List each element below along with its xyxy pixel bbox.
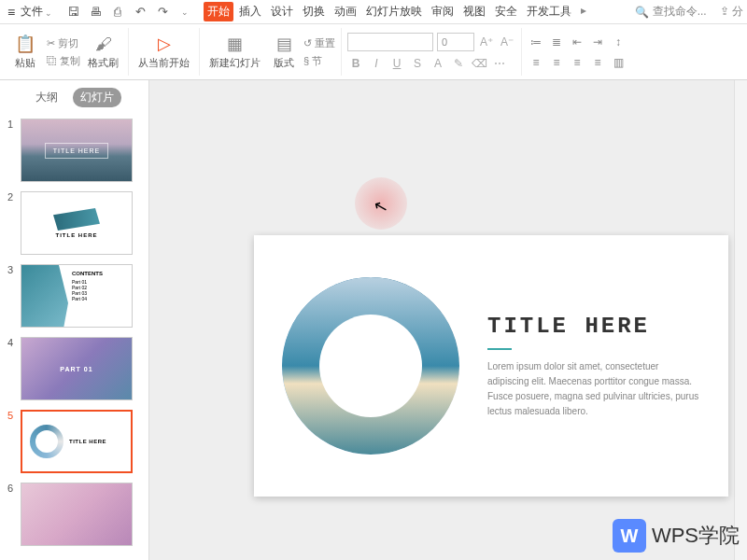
thumb-number: 4 [7, 337, 15, 400]
qat-more-icon[interactable] [177, 5, 192, 20]
panel-tabs: 大纲 幻灯片 [0, 80, 148, 115]
thumb-row[interactable]: 3 CONTENTS Part 01 Part 02 Part 03 Part … [7, 264, 141, 328]
font-effects-button[interactable]: ⋯ [491, 55, 508, 72]
paste-icon: 📋 [15, 34, 35, 54]
justify-button[interactable]: ≡ [589, 54, 606, 71]
tab-slideshow[interactable]: 幻灯片放映 [362, 2, 426, 21]
font-family-combo[interactable] [347, 33, 433, 51]
section-button[interactable]: §节 [303, 54, 335, 68]
highlight-button[interactable]: ✎ [450, 55, 467, 72]
outline-tab[interactable]: 大纲 [28, 88, 65, 107]
format-painter-button[interactable]: 🖌 格式刷 [84, 33, 122, 72]
align-center-button[interactable]: ≡ [548, 54, 565, 71]
reset-icon: ↺ [303, 37, 312, 49]
tab-view[interactable]: 视图 [459, 2, 489, 21]
strikethrough-button[interactable]: S [409, 55, 426, 72]
vertical-scrollbar[interactable] [734, 80, 747, 560]
layout-label: 版式 [274, 56, 294, 70]
paragraph-group: ≔ ≣ ⇤ ⇥ ↕ ≡ ≡ ≡ ≡ ▥ [522, 28, 632, 76]
thumb-row[interactable]: 6 [7, 483, 141, 546]
thumb-row[interactable]: 5 TITLE HERE [7, 410, 141, 473]
brush-circle-graphic [282, 277, 459, 455]
tabs-overflow-icon[interactable]: ▸ [577, 2, 590, 21]
font-group: 0 A⁺ A⁻ B I U S A ✎ ⌫ ⋯ [342, 28, 522, 76]
clear-format-button[interactable]: ⌫ [471, 55, 487, 72]
tab-design[interactable]: 设计 [267, 2, 297, 21]
increase-font-button[interactable]: A⁺ [478, 34, 495, 50]
quick-access-toolbar: 🖫 🖶 ⎙ ↶ ↷ [65, 5, 192, 20]
ribbon: 📋 粘贴 ✂剪切 ⿻复制 🖌 格式刷 ▷ 从当前开始 ▦ 新建幻灯片 [0, 24, 747, 80]
slideshow-group: ▷ 从当前开始 [129, 28, 200, 76]
save-icon[interactable]: 🖫 [65, 5, 80, 20]
watermark-text: WPS学院 [652, 522, 740, 550]
slide-thumbnail-5[interactable]: TITLE HERE [21, 410, 133, 473]
paste-button[interactable]: 📋 粘贴 [11, 32, 39, 72]
ribbon-tabs: 开始 插入 设计 切换 动画 幻灯片放映 审阅 视图 安全 开发工具 ▸ [204, 2, 590, 21]
slide-thumbnail-2[interactable]: TITLE HERE [21, 191, 133, 255]
bullets-button[interactable]: ≔ [528, 34, 544, 50]
new-slide-label: 新建幻灯片 [209, 56, 261, 70]
search-box[interactable]: 🔍 查找命令... ⇪ 分 [635, 4, 743, 20]
thumb-text: TITLE HERE [69, 439, 106, 444]
thumb-number: 2 [7, 191, 15, 255]
slide-thumbnail-3[interactable]: CONTENTS Part 01 Part 02 Part 03 Part 04 [21, 264, 133, 328]
active-slide[interactable]: TITLE HERE Lorem ipsum dolor sit amet, c… [254, 235, 728, 497]
new-slide-button[interactable]: ▦ 新建幻灯片 [205, 32, 264, 72]
thumb-number: 5 [7, 410, 15, 473]
brush-graphic [21, 265, 68, 328]
slide-title: TITLE HERE [487, 314, 700, 339]
slides-group: ▦ 新建幻灯片 ▤ 版式 ↺重置 §节 [200, 28, 342, 76]
tab-review[interactable]: 审阅 [428, 2, 458, 21]
slide-thumbnail-4[interactable]: PART 01 [21, 337, 133, 400]
slide-text-block[interactable]: TITLE HERE Lorem ipsum dolor sit amet, c… [487, 314, 700, 419]
align-left-button[interactable]: ≡ [528, 54, 544, 71]
wps-logo-icon: W [613, 519, 646, 553]
font-size-combo[interactable]: 0 [437, 33, 474, 51]
thumb-title: TITLE HERE [45, 143, 108, 159]
layout-icon: ▤ [276, 34, 292, 54]
from-current-button[interactable]: ▷ 从当前开始 [134, 32, 193, 72]
thumb-title: TITLE HERE [55, 232, 97, 238]
font-color-button[interactable]: A [430, 55, 446, 72]
decrease-font-button[interactable]: A⁻ [499, 34, 515, 50]
thumb-row[interactable]: 2 TITLE HERE [7, 191, 141, 255]
cut-button[interactable]: ✂剪切 [47, 36, 80, 50]
undo-icon[interactable]: ↶ [133, 5, 148, 20]
section-icon: § [303, 55, 309, 66]
thumb-row[interactable]: 4 PART 01 [7, 337, 141, 400]
slide-body: Lorem ipsum dolor sit amet, consectetuer… [487, 359, 700, 419]
reset-button[interactable]: ↺重置 [303, 36, 335, 50]
copy-icon: ⿻ [47, 55, 57, 66]
tab-developer[interactable]: 开发工具 [523, 2, 575, 21]
tab-animation[interactable]: 动画 [331, 2, 360, 21]
copy-button[interactable]: ⿻复制 [47, 54, 80, 68]
columns-button[interactable]: ▥ [610, 54, 627, 71]
cut-icon: ✂ [47, 37, 55, 49]
slide-thumbnail-6[interactable] [21, 483, 133, 546]
numbering-button[interactable]: ≣ [548, 34, 565, 50]
tab-insert[interactable]: 插入 [235, 2, 265, 21]
slides-tab[interactable]: 幻灯片 [73, 88, 121, 107]
format-painter-label: 格式刷 [88, 56, 119, 70]
print-preview-icon[interactable]: ⎙ [110, 5, 125, 20]
bold-button[interactable]: B [347, 55, 364, 72]
slide-thumbnail-1[interactable]: TITLE HERE [21, 119, 133, 182]
print-icon[interactable]: 🖶 [88, 5, 103, 20]
italic-button[interactable]: I [368, 55, 385, 72]
increase-indent-button[interactable]: ⇥ [589, 34, 606, 50]
file-menu[interactable]: 文件 [4, 2, 56, 21]
thumb-row[interactable]: 1 TITLE HERE [7, 119, 141, 182]
align-right-button[interactable]: ≡ [569, 54, 585, 71]
tab-home[interactable]: 开始 [204, 2, 233, 21]
redo-icon[interactable]: ↷ [155, 5, 170, 20]
underline-button[interactable]: U [388, 55, 405, 72]
share-icon[interactable]: ⇪ 分 [720, 4, 743, 20]
decrease-indent-button[interactable]: ⇤ [569, 34, 585, 50]
tab-transition[interactable]: 切换 [299, 2, 329, 21]
line-spacing-button[interactable]: ↕ [610, 34, 627, 50]
brush-icon: 🖌 [95, 35, 112, 54]
tab-security[interactable]: 安全 [491, 2, 521, 21]
hamburger-icon [7, 5, 19, 20]
layout-button[interactable]: ▤ 版式 [270, 32, 298, 72]
title-divider [487, 348, 512, 350]
